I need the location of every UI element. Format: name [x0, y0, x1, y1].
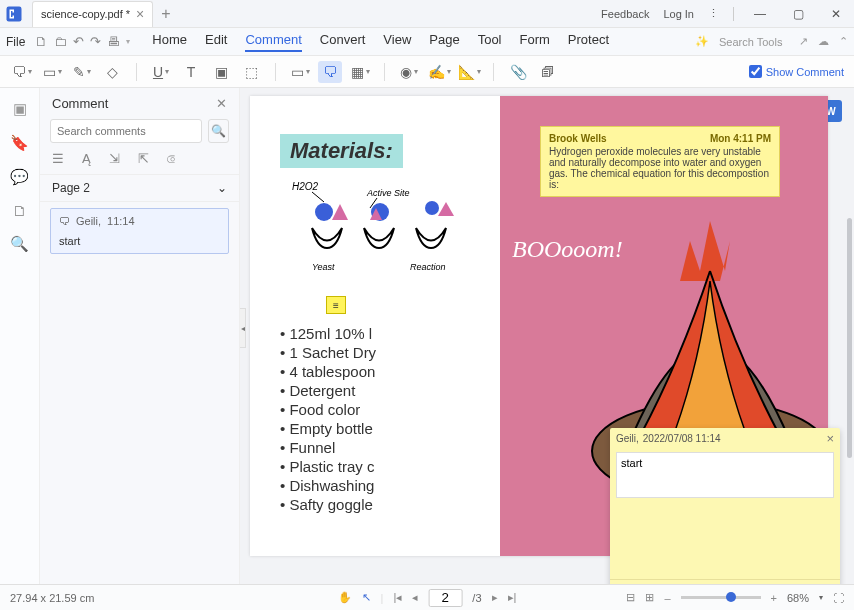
comments-icon[interactable]: 💬 [10, 168, 29, 186]
filter-icon[interactable]: ⟃ [167, 151, 175, 166]
search-rail-icon[interactable]: 🔍 [10, 235, 29, 253]
note-popup[interactable]: Geili, 2022/07/08 11:14 × ⧉ [610, 428, 840, 584]
close-window-button[interactable]: ✕ [824, 7, 848, 21]
comments-list-tool[interactable]: 🗊 [536, 61, 560, 83]
save-icon[interactable]: 🗋 [35, 34, 48, 49]
sort-icon[interactable]: ☰ [52, 151, 64, 166]
search-button[interactable]: 🔍 [208, 119, 229, 143]
prev-page-icon[interactable]: ◂ [412, 591, 418, 604]
select-tool-icon[interactable]: ↖ [362, 591, 371, 604]
bookmarks-icon[interactable]: 🔖 [10, 134, 29, 152]
feedback-link[interactable]: Feedback [601, 8, 649, 20]
minimize-button[interactable]: — [748, 7, 772, 21]
current-page-input[interactable] [428, 589, 462, 607]
tab-title: science-copy.pdf * [41, 8, 130, 20]
panel-title: Comment [52, 96, 108, 111]
measure-tool[interactable]: 📐 [457, 61, 481, 83]
tab-close-icon[interactable]: × [136, 6, 144, 22]
existing-sticky-note[interactable]: Brook Wells Mon 4:11 PM Hydrogen peroxid… [540, 126, 780, 197]
note-tool[interactable]: 🗨 [10, 61, 34, 83]
svg-marker-2 [332, 204, 348, 220]
fit-width-icon[interactable]: ⊟ [626, 591, 635, 604]
attachments-rail-icon[interactable]: 🗋 [12, 202, 27, 219]
file-menu[interactable]: File [6, 35, 25, 49]
share-icon[interactable]: ↗ [799, 35, 808, 48]
comment-toolbar: 🗨 ▭ ✎ ◇ U T ▣ ⬚ ▭ 🗨 ▦ ◉ ✍ 📐 📎 🗊 Show Com… [0, 56, 854, 88]
note-options-icon[interactable]: ⧉ [616, 584, 625, 585]
ai-tools-icon[interactable]: ✨ [695, 35, 709, 48]
menu-home[interactable]: Home [152, 32, 187, 52]
area-tool[interactable]: ▦ [348, 61, 372, 83]
stamp-tool[interactable]: ◉ [397, 61, 421, 83]
popup-close-icon[interactable]: × [826, 431, 834, 446]
show-comment-toggle[interactable]: Show Comment [749, 65, 844, 78]
sticky-note-tool[interactable]: 🗨 [318, 61, 342, 83]
callout-tool[interactable]: ⬚ [239, 61, 263, 83]
new-tab-button[interactable]: + [161, 5, 170, 23]
status-bar: 27.94 x 21.59 cm ✋ ↖ | |◂ ◂ /3 ▸ ▸| ⊟ ⊞ … [0, 584, 854, 610]
page-note-marker[interactable]: ≡ [326, 296, 346, 314]
last-page-icon[interactable]: ▸| [508, 591, 517, 604]
collapse-ribbon-icon[interactable]: ⌃ [839, 35, 848, 48]
chevron-down-icon: ⌄ [217, 181, 227, 195]
vertical-scrollbar[interactable] [847, 218, 852, 458]
zoom-slider[interactable] [681, 596, 761, 599]
svg-rect-0 [7, 6, 22, 21]
textbox-tool[interactable]: ▣ [209, 61, 233, 83]
menu-protect[interactable]: Protect [568, 32, 609, 52]
next-page-icon[interactable]: ▸ [492, 591, 498, 604]
fullscreen-icon[interactable]: ⛶ [833, 592, 844, 604]
workspace: ▣ 🔖 💬 🗋 🔍 Comment ✕ 🔍 ☰ Ą ⇲ ⇱ ⟃ Page 2 ⌄… [0, 88, 854, 584]
maximize-button[interactable]: ▢ [786, 7, 810, 21]
eraser-tool[interactable]: ◇ [100, 61, 124, 83]
title-bar: science-copy.pdf * × + Feedback Log In ⋮… [0, 0, 854, 28]
menu-convert[interactable]: Convert [320, 32, 366, 52]
underline-tool[interactable]: U [149, 61, 173, 83]
menu-page[interactable]: Page [429, 32, 459, 52]
first-page-icon[interactable]: |◂ [393, 591, 402, 604]
open-icon[interactable]: 🗀 [54, 34, 67, 49]
svg-marker-7 [680, 221, 730, 281]
note-textarea[interactable] [616, 452, 834, 498]
page-group-header[interactable]: Page 2 ⌄ [40, 174, 239, 202]
sort-az-icon[interactable]: Ą [82, 151, 91, 166]
attach-tool[interactable]: 📎 [506, 61, 530, 83]
shape-rect-tool[interactable]: ▭ [288, 61, 312, 83]
panel-close-icon[interactable]: ✕ [216, 96, 227, 111]
menu-tool[interactable]: Tool [478, 32, 502, 52]
panel-collapse-handle[interactable]: ◂ [240, 308, 246, 348]
label-yeast: Yeast [312, 262, 335, 272]
print-icon[interactable]: 🖶 [107, 34, 120, 49]
zoom-value: 68% [787, 592, 809, 604]
label-h2o2: H2O2 [292, 181, 319, 192]
label-active: Active Site [366, 188, 410, 198]
zoom-out-icon[interactable]: – [664, 592, 670, 604]
pencil-tool[interactable]: ✎ [70, 61, 94, 83]
more-icon[interactable]: ⋮ [708, 7, 719, 20]
comment-list-item[interactable]: 🗨 Geili, 11:14 start [50, 208, 229, 254]
text-tool[interactable]: T [179, 61, 203, 83]
zoom-in-icon[interactable]: + [771, 592, 777, 604]
collapse-all-icon[interactable]: ⇱ [138, 151, 149, 166]
login-link[interactable]: Log In [663, 8, 694, 20]
menu-edit[interactable]: Edit [205, 32, 227, 52]
search-tools-input[interactable]: Search Tools [719, 36, 789, 48]
highlight-tool[interactable]: ▭ [40, 61, 64, 83]
thumbnails-icon[interactable]: ▣ [13, 100, 27, 118]
fit-page-icon[interactable]: ⊞ [645, 591, 654, 604]
search-comments-input[interactable] [50, 119, 202, 143]
hand-tool-icon[interactable]: ✋ [338, 591, 352, 604]
menu-form[interactable]: Form [520, 32, 550, 52]
expand-all-icon[interactable]: ⇲ [109, 151, 120, 166]
svg-point-1 [315, 203, 333, 221]
cloud-icon[interactable]: ☁ [818, 35, 829, 48]
menu-comment[interactable]: Comment [245, 32, 301, 52]
note-type-icon: 🗨 [59, 215, 70, 227]
show-comment-checkbox[interactable] [749, 65, 762, 78]
redo-icon[interactable]: ↷ [90, 34, 101, 49]
menu-view[interactable]: View [383, 32, 411, 52]
document-canvas[interactable]: ◂ W Materials: H2O2 Active Site [240, 88, 854, 584]
signature-tool[interactable]: ✍ [427, 61, 451, 83]
document-tab[interactable]: science-copy.pdf * × [32, 1, 153, 27]
undo-icon[interactable]: ↶ [73, 34, 84, 49]
